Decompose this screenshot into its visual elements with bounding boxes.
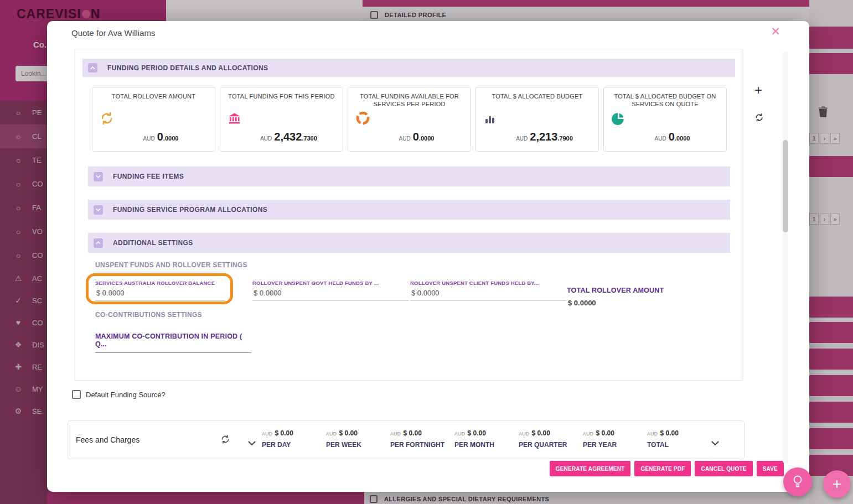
stat-value: AUD0.0000 <box>609 131 721 151</box>
section-funding-service-program[interactable]: FUNDING SERVICE PROGRAM ALLOCATIONS <box>88 200 730 220</box>
rollover-client-funds-input[interactable]: $ 0.0000 <box>410 286 566 301</box>
pie-chart-icon <box>611 111 625 128</box>
stat-value: AUD0.0000 <box>98 131 209 151</box>
funding-stat-cards: TOTAL ROLLOVER AMOUNT AUD0.0000 TOTAL FU… <box>92 87 727 152</box>
default-funding-label: Default Funding Source? <box>86 391 166 399</box>
field-label: ROLLOVER UNSPENT GOVT HELD FUNDS BY ... <box>252 280 409 286</box>
stat-title: TOTAL FUNDING AVAILABLE FOR SERVICES PER… <box>354 93 465 108</box>
co-contributions-heading: CO-CONTRIBUTIONS SETTINGS <box>95 311 202 319</box>
fees-and-charges-panel: Fees and Charges AUD $ 0.00 PER DAY AUD … <box>68 420 745 459</box>
quote-modal: Quote for Ava Williams ✕ FUNDING PERIOD … <box>47 21 809 492</box>
fees-summary-columns: AUD $ 0.00 PER DAY AUD $ 0.00 PER WEEK A… <box>262 428 711 449</box>
stat-title: TOTAL $ ALLOCATED BUDGET <box>482 93 593 101</box>
default-funding-source-row[interactable]: Default Funding Source? <box>72 390 166 399</box>
stat-card-total-funding-period: TOTAL FUNDING FOR THIS PERIOD AUD2,432.7… <box>220 87 343 152</box>
default-funding-checkbox[interactable] <box>72 390 81 399</box>
bank-icon <box>228 112 241 128</box>
unspent-funds-heading: UNSPENT FUNDS AND ROLLOVER SETTINGS <box>95 261 247 269</box>
section-additional-settings[interactable]: ADDITIONAL SETTINGS <box>88 233 730 253</box>
services-australia-rollover-input[interactable]: $ 0.0000 <box>95 286 225 301</box>
stat-title: TOTAL FUNDING FOR THIS PERIOD <box>226 93 337 101</box>
cancel-quote-button[interactable]: CANCEL QUOTE <box>695 461 752 476</box>
section-label: FUNDING FEE ITEMS <box>113 173 184 180</box>
scrollbar-thumb[interactable] <box>783 140 788 232</box>
chevron-down-icon[interactable] <box>248 438 256 448</box>
total-rollover-amount: TOTAL ROLLOVER AMOUNT $ 0.0000 <box>567 287 664 307</box>
collapse-up-icon <box>88 63 97 72</box>
save-button[interactable]: SAVE <box>757 461 784 476</box>
fees-title: Fees and Charges <box>76 435 139 444</box>
total-rollover-label: TOTAL ROLLOVER AMOUNT <box>567 287 664 294</box>
field-rollover-client-funds: ROLLOVER UNSPENT CLIENT FUNDS HELD BY...… <box>410 280 566 301</box>
fee-col-per-month: AUD $ 0.00 PER MONTH <box>454 428 519 449</box>
refresh-icon[interactable] <box>754 113 764 124</box>
stat-value: AUD2,213.7900 <box>482 131 593 151</box>
total-rollover-value: $ 0.0000 <box>567 299 664 307</box>
modal-title: Quote for Ava Williams <box>71 28 155 38</box>
section-label: FUNDING PERIOD DETAILS AND ALLOCATIONS <box>107 64 268 72</box>
section-label: FUNDING SERVICE PROGRAM ALLOCATIONS <box>113 206 267 214</box>
stat-card-total-rollover: TOTAL ROLLOVER AMOUNT AUD0.0000 <box>92 87 215 152</box>
generate-agreement-button[interactable]: GENERATE AGREEMENT <box>550 461 631 476</box>
stat-value: AUD0.0000 <box>354 131 465 151</box>
collapse-down-icon <box>94 172 103 181</box>
fee-col-per-day: AUD $ 0.00 PER DAY <box>262 428 326 449</box>
screen: CAREVISIN Co... Lookin... ○PE ○CL ○TE ○C… <box>0 0 853 504</box>
field-services-australia-rollover: SERVICES AUSTRALIA ROLLOVER BALANCE $ 0.… <box>95 280 225 301</box>
help-lightbulb-button[interactable] <box>783 467 812 496</box>
stat-card-funding-available: TOTAL FUNDING AVAILABLE FOR SERVICES PER… <box>348 87 471 152</box>
refresh-icon[interactable] <box>220 434 230 446</box>
field-label: SERVICES AUSTRALIA ROLLOVER BALANCE <box>95 280 225 286</box>
field-rollover-govt-funds: ROLLOVER UNSPENT GOVT HELD FUNDS BY ... … <box>252 280 409 301</box>
stat-title: TOTAL $ ALLOCATED BUDGET ON SERVICES ON … <box>609 93 721 108</box>
close-icon[interactable]: ✕ <box>771 25 780 37</box>
stat-value: AUD2,432.7300 <box>226 131 337 151</box>
add-funding-source-icon[interactable]: + <box>754 84 762 97</box>
rollover-govt-funds-input[interactable]: $ 0.0000 <box>252 286 409 301</box>
fee-col-per-fortnight: AUD $ 0.00 PER FORTNIGHT <box>390 428 454 449</box>
stat-card-allocated-budget: TOTAL $ ALLOCATED BUDGET AUD2,213.7900 <box>475 87 599 152</box>
scrollbar-track[interactable] <box>783 51 788 464</box>
chevron-down-icon[interactable] <box>711 438 719 448</box>
section-label: ADDITIONAL SETTINGS <box>113 239 193 247</box>
add-button[interactable]: + <box>823 470 851 498</box>
generate-pdf-button[interactable]: GENERATE PDF <box>634 461 691 476</box>
collapse-down-icon <box>94 205 103 215</box>
donut-circle-icon <box>355 111 370 128</box>
collapse-up-icon <box>94 238 103 248</box>
funding-source-panel: FUNDING PERIOD DETAILS AND ALLOCATIONS T… <box>75 49 742 381</box>
fee-col-total: AUD $ 0.00 TOTAL <box>647 428 711 449</box>
rollover-sync-icon <box>100 111 114 128</box>
fee-col-per-year: AUD $ 0.00 PER YEAR <box>583 428 647 449</box>
fee-col-per-week: AUD $ 0.00 PER WEEK <box>326 428 390 449</box>
section-funding-period-details[interactable]: FUNDING PERIOD DETAILS AND ALLOCATIONS <box>82 59 735 77</box>
fee-col-per-quarter: AUD $ 0.00 PER QUARTER <box>519 428 583 449</box>
max-co-contribution-input[interactable]: MAXIMUM CO-CONTRIBUTION IN PERIOD ( Q... <box>95 332 251 353</box>
stat-title: TOTAL ROLLOVER AMOUNT <box>98 93 209 101</box>
stat-card-allocated-on-quote: TOTAL $ ALLOCATED BUDGET ON SERVICES ON … <box>603 87 727 152</box>
section-funding-fee-items[interactable]: FUNDING FEE ITEMS <box>88 167 730 186</box>
modal-footer: GENERATE AGREEMENT GENERATE PDF CANCEL Q… <box>550 461 784 476</box>
field-label: ROLLOVER UNSPENT CLIENT FUNDS HELD BY... <box>410 280 566 286</box>
bar-chart-icon <box>483 112 497 128</box>
